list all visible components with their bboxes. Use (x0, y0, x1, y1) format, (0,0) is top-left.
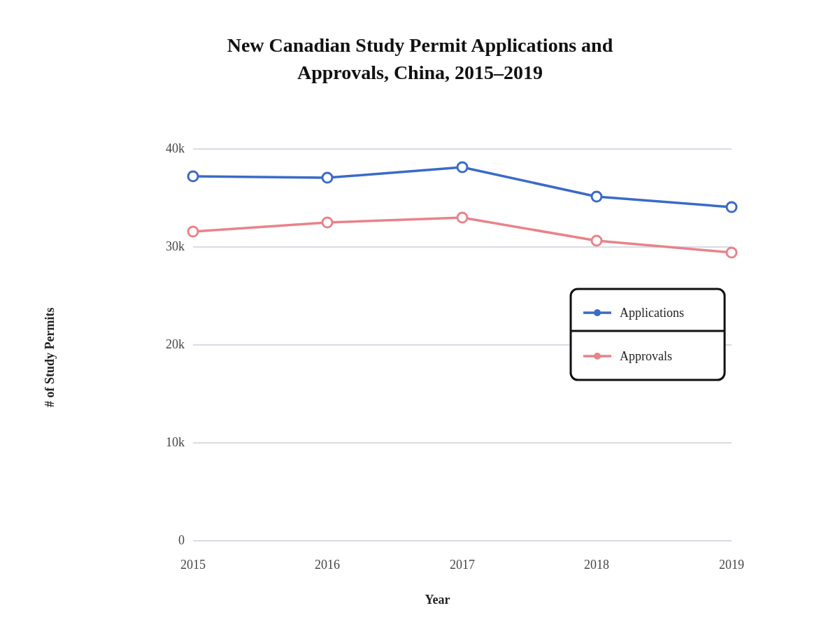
svg-rect-15 (571, 289, 725, 380)
svg-text:10k: 10k (166, 435, 185, 449)
apr-dot-2017 (457, 213, 467, 222)
svg-text:2017: 2017 (450, 558, 475, 572)
svg-point-17 (594, 309, 601, 316)
y-axis-label: # of Study Permits (36, 107, 64, 607)
svg-text:20k: 20k (166, 337, 185, 351)
chart-title-line2: Approvals, China, 2015–2019 (297, 62, 543, 83)
app-dot-2017 (457, 162, 467, 172)
app-dot-2016 (322, 173, 332, 183)
chart-title-line1: New Canadian Study Permit Applications a… (227, 34, 613, 56)
app-dot-2015 (188, 171, 198, 181)
chart-title: New Canadian Study Permit Applications a… (227, 31, 613, 86)
app-dot-2019 (727, 202, 736, 212)
chart-inner: 40k 30k 20k 10k 0 2015 2016 2017 2018 (71, 107, 805, 607)
svg-text:2016: 2016 (315, 558, 340, 572)
svg-text:Approvals: Approvals (620, 349, 672, 363)
svg-text:Applications: Applications (620, 306, 684, 320)
svg-text:40k: 40k (166, 141, 185, 155)
svg-text:30k: 30k (166, 239, 185, 253)
apr-dot-2016 (322, 218, 332, 227)
apr-dot-2015 (188, 227, 198, 236)
apr-dot-2018 (592, 236, 601, 246)
app-dot-2018 (592, 192, 601, 202)
svg-text:0: 0 (178, 533, 185, 547)
svg-point-21 (594, 353, 601, 360)
apr-dot-2019 (727, 248, 736, 257)
x-axis-label: Year (71, 593, 805, 607)
applications-line (193, 167, 732, 207)
chart-container: New Canadian Study Permit Applications a… (36, 31, 805, 605)
svg-text:2018: 2018 (584, 558, 609, 572)
chart-area: # of Study Permits 40k 30k 20k 10k 0 (36, 107, 805, 607)
svg-text:2015: 2015 (180, 558, 206, 572)
chart-svg: 40k 30k 20k 10k 0 2015 2016 2017 2018 (71, 107, 805, 583)
svg-text:2019: 2019 (719, 558, 744, 572)
